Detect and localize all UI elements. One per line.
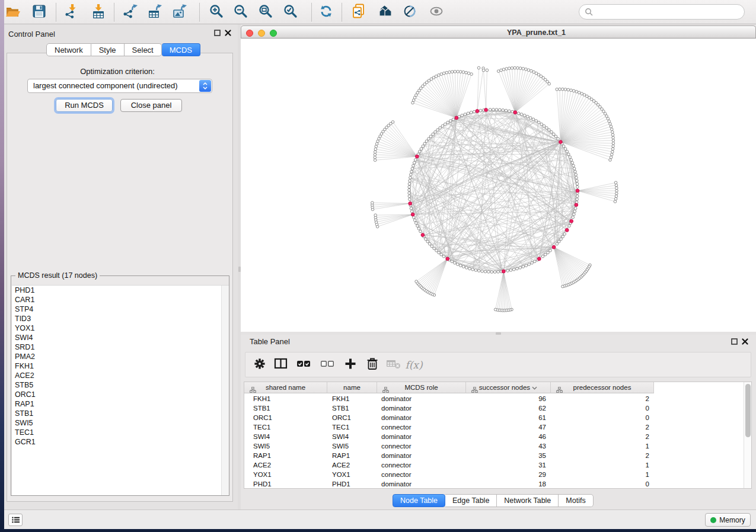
cell-shared-name[interactable]: ORC1 xyxy=(253,413,272,422)
network-snapshot-button[interactable] xyxy=(350,4,367,21)
settings-button[interactable] xyxy=(252,357,267,373)
tab-network[interactable]: Network xyxy=(46,43,91,56)
mcds-result-item[interactable]: STB1 xyxy=(12,409,229,418)
tab-mcds[interactable]: MCDS xyxy=(162,43,200,56)
export-network-button[interactable] xyxy=(123,4,139,21)
select-all-button[interactable] xyxy=(296,357,312,373)
close-panel-button[interactable]: Close panel xyxy=(120,99,182,112)
cell-successor-nodes[interactable]: 29 xyxy=(466,470,546,479)
home-layout-button[interactable] xyxy=(377,4,393,21)
tab-edge-table[interactable]: Edge Table xyxy=(445,494,497,507)
close-panel-icon[interactable] xyxy=(742,338,748,345)
cell-shared-name[interactable]: SWI4 xyxy=(253,432,270,441)
cell-MCDS-role[interactable]: connector xyxy=(381,470,412,479)
memory-button[interactable]: Memory xyxy=(705,513,751,527)
column-header-successor-nodes[interactable]: successor nodes xyxy=(466,382,551,393)
optimization-dropdown[interactable]: largest connected component (undirected) xyxy=(27,79,212,93)
cell-name[interactable]: ACE2 xyxy=(332,460,350,470)
cell-MCDS-role[interactable]: dominator xyxy=(381,479,412,489)
cell-name[interactable]: ORC1 xyxy=(332,413,351,422)
tab-select[interactable]: Select xyxy=(125,43,162,56)
cell-name[interactable]: SWI5 xyxy=(332,441,349,451)
mcds-result-item[interactable]: STB5 xyxy=(12,380,229,390)
save-session-button[interactable] xyxy=(31,4,47,21)
cell-MCDS-role[interactable]: dominator xyxy=(381,432,412,441)
tab-motifs[interactable]: Motifs xyxy=(559,494,593,507)
show-panel-button[interactable] xyxy=(428,4,445,21)
cell-predecessor-nodes[interactable]: 2 xyxy=(551,422,649,432)
mcds-result-item[interactable]: TID3 xyxy=(12,314,229,323)
mcds-result-item[interactable]: PMA2 xyxy=(12,352,229,361)
cell-successor-nodes[interactable]: 18 xyxy=(466,479,546,489)
cell-MCDS-role[interactable]: dominator xyxy=(381,451,412,460)
export-table-button[interactable] xyxy=(147,4,164,21)
deselect-all-button[interactable] xyxy=(320,357,336,373)
cell-name[interactable]: STB1 xyxy=(332,403,349,413)
cell-MCDS-role[interactable]: dominator xyxy=(381,403,412,413)
column-header-name[interactable]: name xyxy=(327,382,377,393)
mcds-result-item[interactable]: GCR1 xyxy=(12,437,229,447)
cell-predecessor-nodes[interactable]: 0 xyxy=(551,413,649,422)
tab-node-table[interactable]: Node Table xyxy=(393,494,445,507)
mcds-result-item[interactable]: SWI4 xyxy=(12,333,229,342)
import-network-button[interactable] xyxy=(64,4,81,21)
cell-shared-name[interactable]: YOX1 xyxy=(253,470,272,479)
mcds-result-item[interactable]: TEC1 xyxy=(12,428,229,437)
cell-shared-name[interactable]: RAP1 xyxy=(253,451,271,460)
cell-MCDS-role[interactable]: connector xyxy=(381,422,412,432)
mcds-result-item[interactable]: SRD1 xyxy=(12,342,229,352)
task-history-button[interactable] xyxy=(8,514,23,526)
cell-MCDS-role[interactable]: connector xyxy=(381,460,412,470)
float-panel-icon[interactable] xyxy=(731,338,738,345)
float-panel-icon[interactable] xyxy=(214,30,221,36)
cell-successor-nodes[interactable]: 31 xyxy=(466,460,546,470)
tab-network-table[interactable]: Network Table xyxy=(497,494,559,507)
mcds-result-item[interactable]: ORC1 xyxy=(12,390,229,399)
cell-successor-nodes[interactable]: 46 xyxy=(466,432,546,441)
zoom-in-button[interactable] xyxy=(208,4,225,21)
cell-MCDS-role[interactable]: connector xyxy=(381,441,412,451)
cell-name[interactable]: FKH1 xyxy=(332,394,349,403)
run-mcds-button[interactable]: Run MCDS xyxy=(56,99,113,112)
mcds-result-item[interactable]: CAR1 xyxy=(12,295,229,305)
cell-predecessor-nodes[interactable]: 2 xyxy=(551,394,649,403)
mcds-result-item[interactable]: SWI5 xyxy=(12,418,229,428)
cell-predecessor-nodes[interactable]: 0 xyxy=(551,403,649,413)
cell-name[interactable]: TEC1 xyxy=(332,422,349,432)
cell-shared-name[interactable]: SWI5 xyxy=(253,441,270,451)
cell-successor-nodes[interactable]: 96 xyxy=(466,394,546,403)
search-input[interactable] xyxy=(579,4,745,20)
columns-button[interactable] xyxy=(273,357,289,373)
zoom-selected-button[interactable] xyxy=(282,4,299,21)
network-window-titlebar[interactable]: YPA_prune.txt_1 xyxy=(241,25,756,39)
cell-shared-name[interactable]: STB1 xyxy=(253,403,270,413)
cell-predecessor-nodes[interactable]: 0 xyxy=(551,479,649,489)
add-row-button[interactable] xyxy=(343,357,358,373)
delete-row-button[interactable] xyxy=(365,357,380,373)
mcds-result-item[interactable]: RAP1 xyxy=(12,399,229,409)
refresh-view-button[interactable] xyxy=(318,4,334,21)
cell-predecessor-nodes[interactable]: 1 xyxy=(551,460,649,470)
cell-MCDS-role[interactable]: dominator xyxy=(381,413,412,422)
mcds-result-item[interactable]: PHD1 xyxy=(12,286,229,295)
zoom-out-button[interactable] xyxy=(232,4,249,21)
cell-MCDS-role[interactable]: dominator xyxy=(381,394,412,403)
cell-shared-name[interactable]: TEC1 xyxy=(253,422,270,432)
tab-style[interactable]: Style xyxy=(91,43,125,56)
cell-name[interactable]: SWI4 xyxy=(332,432,349,441)
zoom-fit-button[interactable] xyxy=(257,4,274,21)
open-file-button[interactable] xyxy=(5,4,21,21)
column-header-shared-name[interactable]: shared name xyxy=(244,382,327,393)
mcds-list-scrollbar[interactable] xyxy=(221,286,229,495)
mcds-result-item[interactable]: ACE2 xyxy=(12,371,229,380)
cell-predecessor-nodes[interactable]: 1 xyxy=(551,470,649,479)
mcds-result-item[interactable]: STP4 xyxy=(12,305,229,314)
cell-successor-nodes[interactable]: 43 xyxy=(466,441,546,451)
export-image-button[interactable] xyxy=(172,4,189,21)
cell-successor-nodes[interactable]: 61 xyxy=(466,413,546,422)
network-canvas[interactable] xyxy=(241,39,756,332)
cell-predecessor-nodes[interactable]: 2 xyxy=(551,432,649,441)
cell-name[interactable]: PHD1 xyxy=(332,479,350,489)
cell-shared-name[interactable]: PHD1 xyxy=(253,479,272,489)
table-scrollbar[interactable] xyxy=(744,382,751,488)
